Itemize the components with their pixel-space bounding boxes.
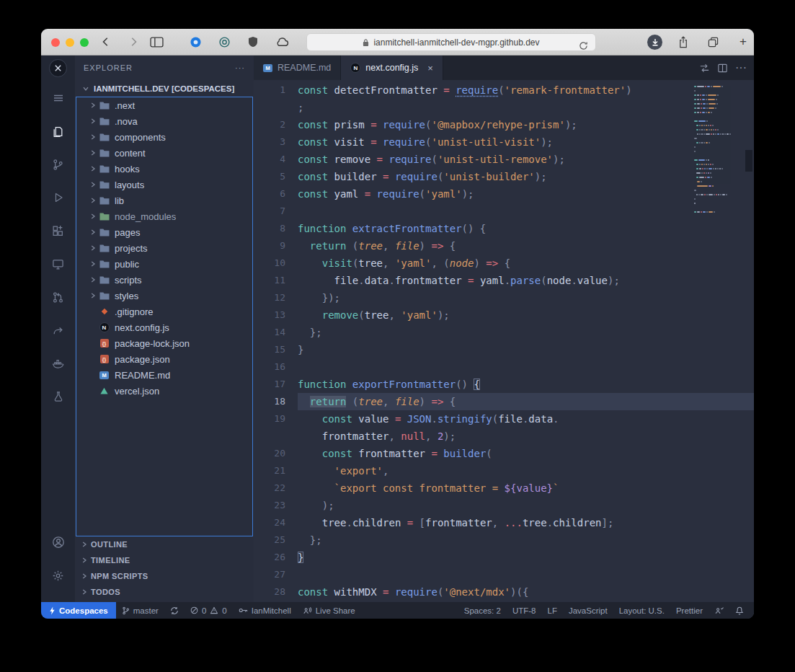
extension-ring-icon[interactable] [216, 33, 233, 50]
code-line[interactable]: 6const yaml = require('yaml'); [254, 185, 754, 203]
sidebar-section[interactable]: NPM SCRIPTS [75, 568, 254, 584]
code-line[interactable]: 9 return (tree, file) => { [254, 237, 754, 255]
sidebar-section[interactable]: TIMELINE [75, 552, 254, 568]
sync-button[interactable] [164, 602, 185, 619]
live-share-button[interactable]: Live Share [297, 602, 361, 619]
close-tab-icon[interactable]: × [427, 63, 433, 74]
code-line[interactable]: 27 [254, 566, 754, 583]
problems-button[interactable]: 0 0 [185, 602, 233, 619]
code-line[interactable]: 19 const value = JSON.stringify(file.dat… [254, 410, 754, 428]
user-button[interactable]: IanMitchell [233, 602, 297, 619]
open-changes-icon[interactable] [699, 63, 710, 74]
code-line[interactable]: 14 }; [254, 324, 754, 341]
sidebar-toggle-icon[interactable] [148, 33, 165, 50]
code-line[interactable]: 15} [254, 341, 754, 358]
extension-blue-loop-icon[interactable] [187, 33, 204, 50]
tree-folder[interactable]: node_modules [76, 208, 252, 224]
tree-folder[interactable]: pages [76, 224, 252, 240]
scrollbar-thumb[interactable] [745, 150, 752, 172]
code-line[interactable]: 20 const frontmatter = builder( [254, 445, 754, 462]
code-line[interactable]: 21 'export', [254, 462, 754, 479]
editor-more-actions-icon[interactable]: ··· [735, 61, 747, 74]
forward-button[interactable] [125, 33, 142, 50]
tree-folder[interactable]: content [76, 145, 252, 161]
tree-folder[interactable]: projects [76, 240, 252, 256]
tree-folder[interactable]: components [76, 129, 252, 145]
code-line[interactable]: 17function exportFrontmatter() { [254, 376, 754, 393]
reload-icon[interactable] [574, 37, 592, 54]
sidebar-section[interactable]: TODOS [75, 584, 254, 600]
indentation-button[interactable]: Spaces: 2 [458, 602, 507, 619]
account-icon[interactable] [48, 531, 69, 553]
tree-folder[interactable]: lib [76, 193, 252, 208]
address-bar[interactable]: ianmitchell-ianmitchell-dev-mgpr.github.… [306, 33, 596, 51]
codespaces-remote-button[interactable]: Codespaces [41, 602, 116, 619]
code-line[interactable]: 25 }; [254, 531, 754, 549]
tree-folder[interactable]: hooks [76, 161, 252, 177]
settings-gear-icon[interactable] [48, 565, 69, 586]
code-line[interactable]: 12 }); [254, 289, 754, 306]
branch-button[interactable]: master [116, 602, 164, 619]
tree-file[interactable]: Nnext.config.js [76, 319, 252, 335]
menu-icon[interactable] [48, 87, 69, 109]
notifications-bell-icon[interactable] [729, 602, 750, 619]
share-icon[interactable] [675, 33, 692, 50]
tree-folder[interactable]: public [76, 256, 252, 272]
github-pull-requests-icon[interactable] [48, 286, 69, 308]
tab-next-config[interactable]: N next.config.js × [341, 56, 443, 80]
code-editor[interactable]: 1const detectFrontmatter = require('rema… [254, 80, 754, 602]
tree-root[interactable]: IANMITCHELL.DEV [CODESPACES] [75, 80, 254, 97]
split-editor-icon[interactable] [717, 63, 728, 74]
new-tab-button[interactable]: + [740, 35, 747, 49]
code-line[interactable]: 23 ); [254, 497, 754, 514]
code-line[interactable]: 4const remove = require('unist-util-remo… [254, 151, 754, 168]
scrollbar[interactable] [744, 80, 754, 602]
tree-folder[interactable]: .nova [76, 113, 252, 129]
run-debug-icon[interactable] [48, 187, 69, 208]
tree-folder[interactable]: scripts [76, 272, 252, 288]
remote-explorer-icon[interactable] [48, 253, 69, 275]
code-line[interactable]: 7 [254, 203, 754, 220]
code-line[interactable]: 16 [254, 358, 754, 376]
zoom-window-button[interactable] [80, 38, 89, 47]
tree-file[interactable]: MREADME.md [76, 367, 252, 383]
docker-icon[interactable] [48, 353, 69, 374]
code-line[interactable]: 2const prism = require('@mapbox/rehype-p… [254, 116, 754, 133]
tree-file[interactable]: vercel.json [76, 383, 252, 399]
tree-folder[interactable]: styles [76, 288, 252, 304]
language-button[interactable]: JavaScript [563, 602, 613, 619]
source-control-icon[interactable] [48, 154, 69, 175]
code-line[interactable]: 22 `export const frontmatter = ${value}` [254, 479, 754, 497]
formatter-button[interactable]: Prettier [670, 602, 709, 619]
code-line[interactable]: 24 tree.children = [frontmatter, ...tree… [254, 514, 754, 531]
downloads-button[interactable] [647, 35, 662, 50]
code-line[interactable]: 8function extractFrontmatter() { [254, 220, 754, 237]
code-line[interactable]: 11 file.data.frontmatter = yaml.parse(no… [254, 272, 754, 289]
back-button[interactable] [97, 33, 115, 50]
explorer-icon[interactable] [48, 120, 69, 142]
code-line[interactable]: 26} [254, 549, 754, 566]
layout-button[interactable]: Layout: U.S. [613, 602, 670, 619]
code-line[interactable]: 10 visit(tree, 'yaml', (node) => { [254, 255, 754, 272]
feedback-icon[interactable] [709, 602, 729, 619]
explorer-more-actions-icon[interactable]: ··· [235, 63, 245, 72]
code-line[interactable]: 28const withMDX = require('@next/mdx')({ [254, 583, 754, 601]
shield-extension-icon[interactable] [244, 33, 262, 50]
eol-button[interactable]: LF [542, 602, 563, 619]
code-line[interactable]: 13 remove(tree, 'yaml'); [254, 306, 754, 324]
testing-icon[interactable] [48, 386, 69, 407]
code-line[interactable]: 1const detectFrontmatter = require('rema… [254, 81, 754, 99]
tree-folder[interactable]: .next [76, 97, 252, 113]
tree-folder[interactable]: layouts [76, 177, 252, 193]
codespaces-logo[interactable] [41, 56, 75, 80]
close-window-button[interactable] [51, 38, 60, 47]
live-share-icon[interactable] [48, 319, 69, 341]
tree-file[interactable]: {}package-lock.json [76, 335, 252, 351]
minimap[interactable] [694, 86, 742, 216]
tab-overview-icon[interactable] [704, 33, 721, 50]
encoding-button[interactable]: UTF-8 [507, 602, 542, 619]
code-line[interactable]: 5const builder = require('unist-builder'… [254, 168, 754, 185]
code-line[interactable]: 3const visit = require('unist-util-visit… [254, 133, 754, 151]
sidebar-section[interactable]: OUTLINE [75, 536, 254, 552]
code-line[interactable]: frontmatter, null, 2); [254, 428, 754, 445]
